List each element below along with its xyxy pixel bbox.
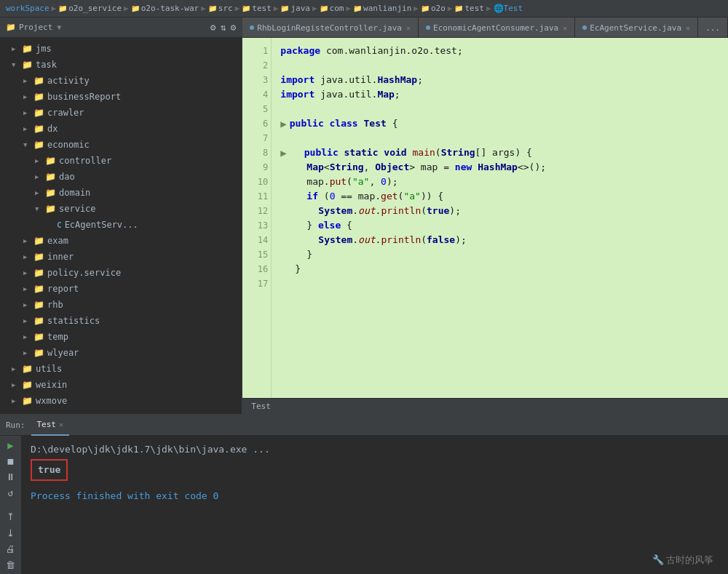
tree-item-wxmove[interactable]: ▶ 📁 wxmove	[0, 393, 242, 409]
folder-icon-report: 📁	[33, 284, 44, 294]
tree-item-exam[interactable]: ▶ 📁 exam	[0, 233, 242, 249]
close-tab-economicagent[interactable]: ✕	[563, 24, 567, 32]
close-tab-rhblogin[interactable]: ✕	[406, 24, 411, 32]
folder-icon-weixin: 📁	[22, 380, 33, 390]
tree-item-statistics[interactable]: ▶ 📁 statistics	[0, 313, 242, 329]
expand-arrow-businessreport: ▶	[23, 93, 33, 100]
tree-item-report[interactable]: ▶ 📁 report	[0, 281, 242, 297]
output-area: D:\develop\jdk\jdk1.7\jdk\bin\java.exe .…	[22, 436, 652, 574]
close-tab-ecagentservice[interactable]: ✕	[686, 24, 690, 32]
tree-item-domain[interactable]: ▶ 📁 domain	[0, 185, 242, 201]
tree-item-businessreport[interactable]: ▶ 📁 businessReport	[0, 89, 242, 105]
tree-label-wlyear: wlyear	[47, 348, 79, 358]
tab-more[interactable]: ...	[698, 17, 728, 38]
breadcrumb-com[interactable]: com	[330, 4, 344, 13]
folder-icon6: 📁	[320, 4, 328, 12]
breadcrumb-test[interactable]: test	[252, 4, 272, 13]
gear-icon[interactable]: ⚙	[230, 22, 236, 33]
breadcrumb-src[interactable]: src	[218, 4, 233, 13]
tree-label-activity: activity	[47, 76, 90, 86]
code-line-12: System.out.println(true);	[280, 204, 719, 218]
trash-button[interactable]: 🗑	[3, 558, 19, 571]
output-true-line: true	[31, 458, 644, 482]
tree-item-inner[interactable]: ▶ 📁 inner	[0, 249, 242, 265]
expand-arrow-activity: ▶	[23, 77, 33, 84]
tab-ecagentservice[interactable]: EcAgentService.java ✕	[575, 17, 698, 38]
run-button[interactable]: ▶	[3, 439, 19, 452]
scroll-bottom-button[interactable]: ⤓	[3, 527, 19, 540]
filename-label: Test	[251, 402, 271, 411]
tree-label-jms: jms	[36, 44, 52, 54]
tree-label-statistics: statistics	[47, 316, 100, 326]
stop-button[interactable]: ■	[3, 455, 19, 468]
expand-arrow-crawler: ▶	[23, 109, 33, 116]
code-content: 12345 678910 1112131415 1617 package com…	[242, 38, 728, 398]
folder-icon-activity: 📁	[33, 76, 44, 86]
code-line-9: Map<String, Object> map = new HashMap<>(…	[280, 160, 719, 175]
dropdown-arrow[interactable]: ▼	[57, 23, 61, 31]
breadcrumb-wanlianjin[interactable]: wanlianjin	[363, 4, 411, 13]
expand-arrow-service: ▼	[35, 205, 45, 212]
tree-item-wlyear[interactable]: ▶ 📁 wlyear	[0, 345, 242, 361]
run-tab[interactable]: Test ✕	[31, 415, 70, 436]
tree-item-ecagentserv[interactable]: C EcAgentServ...	[0, 217, 242, 233]
tree-label-dao: dao	[59, 172, 75, 182]
code-line-3: import java.util.HashMap;	[280, 73, 719, 87]
java-icon-ecagentserv: C	[57, 220, 62, 230]
breadcrumb-test2[interactable]: test	[464, 4, 484, 13]
expand-arrow-controller: ▶	[35, 157, 45, 164]
settings-icon[interactable]: ⚙	[210, 22, 216, 33]
sort-icon[interactable]: ⇅	[221, 22, 226, 33]
breadcrumb-taskwar[interactable]: o2o-task-war	[141, 4, 199, 13]
bottom-content: ▶ ■ ⏸ ↺ ⤒ ⤓ 🖨 🗑 D:\develop\jdk\jdk1.7\jd…	[0, 436, 728, 574]
code-line-7	[280, 131, 719, 146]
tree-item-activity[interactable]: ▶ 📁 activity	[0, 73, 242, 89]
tree-item-dx[interactable]: ▶ 📁 dx	[0, 121, 242, 137]
close-run-tab[interactable]: ✕	[59, 420, 63, 428]
modified-dot-3	[582, 25, 587, 30]
breadcrumb-workspace[interactable]: workSpace	[6, 4, 50, 13]
code-line-8: ▶ public static void main(String[] args)…	[280, 146, 719, 160]
tree-item-controller[interactable]: ▶ 📁 controller	[0, 153, 242, 169]
run-arrow-8: ▶	[280, 146, 286, 160]
breadcrumb-service[interactable]: o2o_service	[68, 4, 122, 13]
print-button[interactable]: 🖨	[3, 542, 19, 555]
tree-label-report: report	[47, 284, 79, 294]
tree-label-exam: exam	[47, 236, 68, 246]
tab-bar: RhbLoginRegisteController.java ✕ Economi…	[242, 17, 728, 38]
expand-arrow-jms: ▶	[12, 45, 22, 52]
scroll-top-button[interactable]: ⤒	[3, 511, 19, 524]
folder-icon-wxmove: 📁	[22, 396, 33, 406]
tab-rhblogin[interactable]: RhbLoginRegisteController.java ✕	[242, 17, 419, 38]
expand-arrow-inner: ▶	[23, 253, 33, 260]
tree-item-weixin[interactable]: ▶ 📁 weixin	[0, 377, 242, 393]
tree-item-utils[interactable]: ▶ 📁 utils	[0, 361, 242, 377]
tree-item-temp[interactable]: ▶ 📁 temp	[0, 329, 242, 345]
project-icon: 📁	[6, 23, 16, 32]
tree-item-dao[interactable]: ▶ 📁 dao	[0, 169, 242, 185]
pause-button[interactable]: ⏸	[3, 470, 19, 483]
tree-item-rhb[interactable]: ▶ 📁 rhb	[0, 297, 242, 313]
tree-item-jms[interactable]: ▶ 📁 jms	[0, 41, 242, 57]
breadcrumb-file[interactable]: Test	[504, 4, 523, 13]
expand-arrow-economic: ▼	[23, 141, 33, 148]
breadcrumb-o2o[interactable]: o2o	[431, 4, 446, 13]
command-text: D:\develop\jdk\jdk1.7\jdk\bin\java.exe .…	[31, 444, 270, 455]
tree-item-crawler[interactable]: ▶ 📁 crawler	[0, 105, 242, 121]
folder-icon-rhb: 📁	[33, 300, 44, 310]
tab-economicagent[interactable]: EconomicAgentConsumer.java ✕	[419, 17, 575, 38]
code-body[interactable]: package com.wanlianjin.o2o.test; import …	[272, 38, 728, 398]
tree-item-task[interactable]: ▼ 📁 task	[0, 57, 242, 73]
output-true-value: true	[31, 459, 68, 481]
folder-icon-policyservice: 📁	[33, 268, 44, 278]
tree-label-utils: utils	[36, 364, 62, 374]
tree-item-economic[interactable]: ▼ 📁 economic	[0, 137, 242, 153]
rerun-button[interactable]: ↺	[3, 486, 19, 499]
tree-item-service[interactable]: ▼ 📁 service	[0, 201, 242, 217]
expand-arrow-task: ▼	[12, 61, 22, 68]
folder-icon-statistics: 📁	[33, 316, 44, 326]
breadcrumb-java[interactable]: java	[290, 4, 310, 13]
code-line-1: package com.wanlianjin.o2o.test;	[280, 44, 719, 58]
tree-item-policyservice[interactable]: ▶ 📁 policy.service	[0, 265, 242, 281]
folder-icon-domain: 📁	[45, 188, 56, 198]
